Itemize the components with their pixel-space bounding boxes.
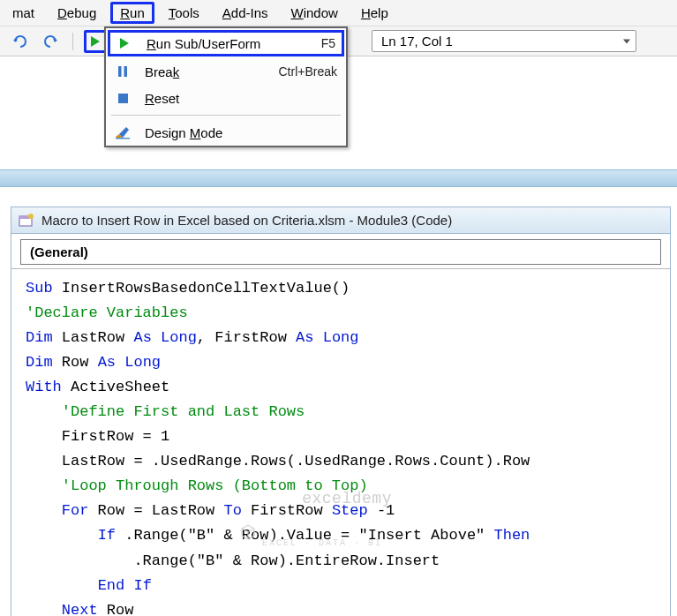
menu-item-shortcut: Ctrl+Break <box>278 64 337 79</box>
menu-run[interactable]: Run <box>110 2 154 24</box>
menu-format[interactable]: mat <box>4 2 43 24</box>
menu-tools[interactable]: Tools <box>160 2 208 24</box>
menu-item-label: Reset <box>145 91 337 106</box>
menu-break[interactable]: Break Ctrl+Break <box>106 58 346 85</box>
menu-debug[interactable]: Debug <box>49 2 105 24</box>
code-window: Macro to Insert Row in Excel based on Cr… <box>11 207 671 616</box>
code-editor[interactable]: Sub InsertRowsBasedonCellTextValue() 'De… <box>11 268 670 616</box>
menu-design-mode[interactable]: Design Mode <box>106 119 346 146</box>
play-icon <box>90 35 101 48</box>
object-dropdown[interactable]: (General) <box>20 239 661 265</box>
svg-rect-3 <box>116 138 130 139</box>
stop-icon <box>113 90 132 106</box>
menu-item-label: Design Mode <box>145 125 337 140</box>
procedure-selector-row: (General) <box>11 234 670 268</box>
run-menu-dropdown: Run Sub/UserForm F5 Break Ctrl+Break Res… <box>104 26 348 147</box>
menu-help[interactable]: Help <box>352 2 397 24</box>
cursor-position[interactable]: Ln 17, Col 1 <box>372 30 636 52</box>
undo-button[interactable] <box>9 30 32 53</box>
svg-rect-0 <box>118 66 122 77</box>
menu-item-label: Run Sub/UserForm <box>147 36 321 51</box>
separator <box>111 115 341 116</box>
menu-reset[interactable]: Reset <box>106 85 346 111</box>
code-window-title: Macro to Insert Row in Excel based on Cr… <box>41 213 452 228</box>
redo-icon <box>42 34 58 49</box>
pause-icon <box>113 64 132 79</box>
play-icon <box>115 35 134 51</box>
menu-run-sub[interactable]: Run Sub/UserForm F5 <box>108 30 344 56</box>
menu-bar: mat Debug Run Tools Add-Ins Window Help <box>0 0 677 26</box>
undo-icon <box>12 34 28 49</box>
menu-addins[interactable]: Add-Ins <box>214 2 277 24</box>
menu-item-label: Break <box>145 64 278 79</box>
module-icon <box>19 214 34 228</box>
design-icon <box>113 124 132 140</box>
menu-item-shortcut: F5 <box>321 36 335 50</box>
redo-button[interactable] <box>39 30 62 53</box>
divider-bar <box>0 169 677 187</box>
svg-rect-2 <box>118 94 128 103</box>
svg-rect-1 <box>124 66 128 77</box>
menu-window[interactable]: Window <box>282 2 347 24</box>
separator <box>72 33 73 50</box>
svg-point-6 <box>28 214 34 219</box>
code-window-titlebar: Macro to Insert Row in Excel based on Cr… <box>11 207 670 234</box>
